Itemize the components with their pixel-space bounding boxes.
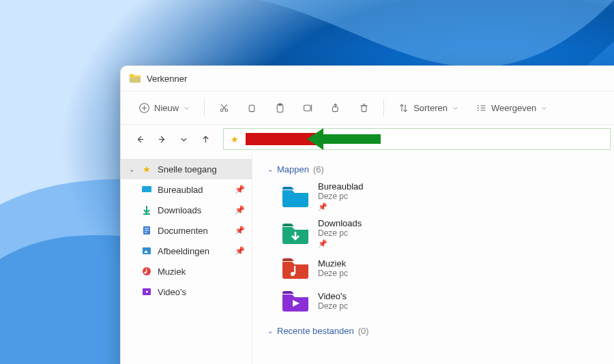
group-header-recent[interactable]: ⌄ Recente bestanden (0) — [267, 326, 608, 336]
share-icon — [330, 102, 342, 114]
svg-rect-2 — [130, 77, 141, 82]
tile-name: Bureaublad — [318, 181, 364, 192]
forward-button[interactable] — [152, 130, 171, 149]
star-icon: ★ — [229, 134, 240, 145]
image-icon — [141, 245, 152, 256]
group-count: (6) — [313, 164, 324, 175]
separator — [383, 99, 384, 117]
sidebar: ⌄ ★ Snelle toegang Bureaublad 📌 Download… — [121, 153, 252, 364]
tile-music[interactable]: Muziek Deze pc — [281, 255, 445, 281]
cut-button[interactable] — [213, 97, 235, 119]
group-label: Recente bestanden — [277, 326, 354, 336]
svg-point-6 — [220, 109, 223, 112]
folder-icon — [281, 288, 310, 314]
tile-sub: Deze pc — [318, 301, 348, 311]
copy-icon — [246, 102, 258, 114]
view-button[interactable]: Weergeven — [470, 97, 553, 119]
back-button[interactable] — [130, 130, 149, 149]
chevron-down-icon: ⌄ — [267, 327, 273, 335]
chevron-down-icon — [179, 134, 189, 145]
new-button[interactable]: Nieuw — [133, 97, 196, 119]
chevron-down-icon — [540, 104, 548, 112]
music-icon — [141, 266, 152, 277]
sidebar-item-label: Snelle toegang — [158, 164, 245, 175]
chevron-down-icon: ⌄ — [128, 166, 136, 173]
tile-downloads[interactable]: Downloads Deze pc 📌 — [281, 218, 445, 248]
pin-icon: 📌 — [235, 185, 245, 194]
document-icon — [141, 225, 152, 236]
sort-label: Sorteren — [413, 103, 448, 113]
folder-icon — [281, 220, 310, 246]
sidebar-item-quick-access[interactable]: ⌄ ★ Snelle toegang — [121, 159, 252, 179]
chevron-down-icon — [183, 104, 190, 112]
history-dropdown[interactable] — [174, 130, 193, 149]
group-header-folders[interactable]: ⌄ Mappen (6) — [267, 164, 608, 175]
sidebar-item-label: Afbeeldingen — [158, 246, 229, 256]
share-button[interactable] — [325, 97, 347, 119]
sidebar-item-label: Muziek — [158, 267, 245, 277]
sidebar-item-label: Downloads — [158, 205, 229, 215]
nav-bar: ★ — [121, 125, 614, 153]
content-area: ⌄ Mappen (6) Bureaublad Deze pc 📌 Down — [252, 153, 614, 364]
chevron-down-icon — [452, 104, 459, 112]
tile-name: Downloads — [318, 218, 362, 228]
video-icon — [141, 286, 152, 297]
sidebar-item-downloads[interactable]: Downloads 📌 — [121, 200, 252, 220]
sidebar-item-music[interactable]: Muziek — [121, 261, 252, 282]
sidebar-item-documents[interactable]: Documenten 📌 — [121, 220, 252, 241]
svg-rect-43 — [294, 266, 295, 274]
tile-name: Video's — [318, 291, 348, 301]
svg-rect-1 — [130, 74, 134, 77]
explorer-window: Verkenner Nieuw Sorteren Weergeven — [120, 65, 614, 364]
pin-icon: 📌 — [318, 202, 364, 211]
desktop-icon — [141, 184, 152, 195]
chevron-down-icon: ⌄ — [267, 166, 273, 173]
svg-rect-10 — [249, 105, 254, 111]
tile-name: Muziek — [318, 258, 348, 269]
svg-point-7 — [225, 109, 228, 112]
rename-icon — [302, 102, 314, 114]
sidebar-item-label: Documenten — [158, 226, 229, 236]
svg-rect-15 — [333, 106, 338, 111]
svg-rect-13 — [304, 105, 310, 111]
folder-icon — [281, 255, 310, 281]
sort-button[interactable]: Sorteren — [392, 97, 465, 119]
annotation-arrow — [323, 134, 381, 144]
sidebar-item-label: Video's — [158, 287, 245, 297]
pin-icon: 📌 — [235, 205, 245, 215]
pin-icon: 📌 — [235, 226, 245, 235]
download-icon — [141, 204, 152, 215]
folder-icon — [281, 183, 310, 209]
pin-icon: 📌 — [318, 239, 362, 248]
paste-button[interactable] — [269, 97, 291, 119]
tile-sub: Deze pc — [318, 228, 362, 238]
tile-videos[interactable]: Video's Deze pc — [281, 288, 445, 314]
up-button[interactable] — [196, 130, 215, 149]
svg-rect-39 — [146, 269, 147, 273]
clipboard-icon — [274, 102, 286, 114]
separator — [204, 99, 205, 117]
sidebar-item-label: Bureaublad — [158, 185, 229, 195]
tile-sub: Deze pc — [318, 269, 348, 278]
group-count: (0) — [358, 326, 369, 336]
window-title: Verkenner — [147, 74, 187, 84]
svg-rect-16 — [362, 106, 366, 112]
copy-button[interactable] — [241, 97, 263, 119]
tile-desktop[interactable]: Bureaublad Deze pc 📌 — [281, 181, 445, 211]
view-icon — [476, 102, 487, 114]
view-label: Weergeven — [491, 103, 536, 113]
address-bar[interactable]: ★ — [223, 128, 611, 150]
new-label: Nieuw — [154, 103, 179, 113]
explorer-icon — [129, 72, 141, 85]
tile-sub: Deze pc — [318, 192, 364, 201]
sidebar-item-videos[interactable]: Video's — [121, 282, 252, 302]
delete-button[interactable] — [353, 97, 375, 119]
trash-icon — [358, 102, 370, 114]
svg-rect-35 — [143, 247, 151, 254]
sidebar-item-pictures[interactable]: Afbeeldingen 📌 — [121, 241, 252, 261]
sidebar-item-desktop[interactable]: Bureaublad 📌 — [121, 179, 252, 200]
rename-button[interactable] — [297, 97, 319, 119]
address-redacted — [246, 133, 317, 145]
plus-icon — [138, 102, 150, 114]
svg-rect-29 — [142, 186, 151, 192]
